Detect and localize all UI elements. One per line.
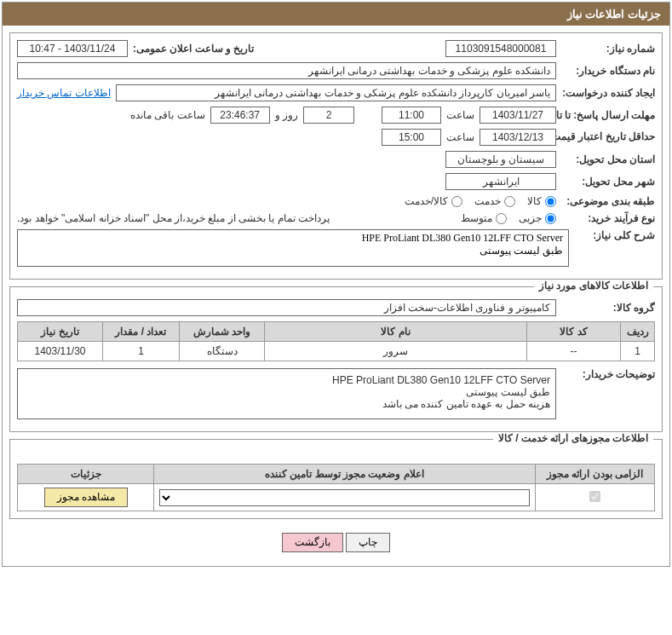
need-number-label: شماره نیاز: xyxy=(561,43,655,55)
radio-service-input[interactable] xyxy=(504,196,515,207)
col-mandatory: الزامی بودن ارائه مجوز xyxy=(536,465,655,484)
permits-table: الزامی بودن ارائه مجوز اعلام وضعیت مجوز … xyxy=(17,464,655,511)
buyer-label: نام دستگاه خریدار: xyxy=(561,65,655,77)
announce-value: 1403/11/24 - 10:47 xyxy=(17,40,128,57)
countdown-value: 23:46:37 xyxy=(210,107,270,124)
radio-service[interactable]: خدمت xyxy=(474,195,515,207)
permit-details-cell: مشاهده مجوز xyxy=(18,484,154,511)
category-label: طبقه بندی موضوعی: xyxy=(561,195,655,207)
page-title-bar: جزئیات اطلاعات نیاز xyxy=(3,3,669,26)
row-goods-group: گروه کالا: کامپیوتر و فناوری اطلاعات-سخت… xyxy=(17,299,655,316)
province-label: استان محل تحویل: xyxy=(561,153,655,165)
permit-row: مشاهده مجوز xyxy=(18,484,655,511)
city-value: ایرانشهر xyxy=(445,173,556,190)
radio-medium[interactable]: متوسط xyxy=(461,212,507,224)
row-reply-deadline: مهلت ارسال پاسخ: تا تاریخ: 1403/11/27 سا… xyxy=(17,107,655,124)
cell-row: 1 xyxy=(621,342,655,361)
col-status: اعلام وضعیت مجوز توسط تامین کننده xyxy=(154,465,536,484)
reply-deadline-time: 11:00 xyxy=(382,107,441,124)
row-number: شماره نیاز: 1103091548000081 تاریخ و ساع… xyxy=(17,40,655,57)
row-province: استان محل تحویل: سیستان و بلوچستان xyxy=(17,151,655,168)
cell-date: 1403/11/30 xyxy=(18,342,103,361)
creator-label: ایجاد کننده درخواست: xyxy=(561,87,655,99)
cell-unit: دستگاه xyxy=(180,342,265,361)
print-button[interactable]: چاپ xyxy=(346,533,390,552)
purchase-type-radio-group: جزیی متوسط xyxy=(461,212,556,224)
validity-label: حداقل تاریخ اعتبار قیمت: تا تاریخ: xyxy=(561,130,655,144)
radio-both[interactable]: کالا/خدمت xyxy=(405,195,462,207)
radio-medium-input[interactable] xyxy=(496,213,507,224)
col-unit: واحد شمارش xyxy=(180,322,265,342)
radio-minor-input[interactable] xyxy=(545,213,556,224)
back-button[interactable]: بازگشت xyxy=(282,533,343,552)
time-label-1: ساعت xyxy=(446,109,474,121)
col-code: کد کالا xyxy=(527,322,621,342)
days-and-label: روز و xyxy=(275,109,298,121)
category-radio-group: کالا خدمت کالا/خدمت xyxy=(405,195,556,207)
row-category: طبقه بندی موضوعی: کالا خدمت کالا/خدمت xyxy=(17,195,655,207)
row-buyer: نام دستگاه خریدار: دانشکده علوم پزشکی و … xyxy=(17,62,655,79)
footer-buttons: چاپ بازگشت xyxy=(9,526,663,559)
col-qty: تعداد / مقدار xyxy=(103,322,180,342)
radio-goods-input[interactable] xyxy=(545,196,556,207)
goods-group-label: گروه کالا: xyxy=(561,302,655,314)
permits-section-title: اطلاعات مجوزهای ارائه خدمت / کالا xyxy=(493,432,653,444)
col-row: ردیف xyxy=(621,322,655,342)
creator-value: یاسر امیریان کارپرداز دانشکده علوم پزشکی… xyxy=(116,84,556,101)
buyer-value: دانشکده علوم پزشکی و خدمات بهداشتی درمان… xyxy=(17,62,556,79)
page-title: جزئیات اطلاعات نیاز xyxy=(567,8,661,20)
row-city: شهر محل تحویل: ایرانشهر xyxy=(17,173,655,190)
reply-deadline-label: مهلت ارسال پاسخ: تا تاریخ: xyxy=(561,109,655,121)
buyer-notes-label: توضیحات خریدار: xyxy=(561,368,655,380)
time-label-2: ساعت xyxy=(446,131,474,143)
row-buyer-notes: توضیحات خریدار: HPE ProLiant DL380 Gen10… xyxy=(17,368,655,419)
row-purchase-type: نوع فرآیند خرید: جزیی متوسط پرداخت تمام … xyxy=(17,212,655,224)
col-details: جزئیات xyxy=(18,465,154,484)
permit-mandatory-cell xyxy=(536,484,655,511)
col-name: نام کالا xyxy=(265,322,527,342)
permits-section: اطلاعات مجوزهای ارائه خدمت / کالا الزامی… xyxy=(9,439,663,519)
content-area: شماره نیاز: 1103091548000081 تاریخ و ساع… xyxy=(3,26,669,566)
validity-time: 15:00 xyxy=(382,129,441,146)
goods-section: اطلاعات کالاهای مورد نیاز گروه کالا: کام… xyxy=(9,286,663,432)
city-label: شهر محل تحویل: xyxy=(561,176,655,188)
days-remaining: 2 xyxy=(303,107,354,124)
description-textarea[interactable] xyxy=(17,229,569,267)
reply-deadline-date: 1403/11/27 xyxy=(480,107,556,124)
goods-group-value: کامپیوتر و فناوری اطلاعات-سخت افزار xyxy=(17,299,556,316)
buyer-notes-box: HPE ProLiant DL380 Gen10 12LFF CTO Serve… xyxy=(17,368,556,419)
announce-label: تاریخ و ساعت اعلان عمومی: xyxy=(133,43,254,55)
row-validity: حداقل تاریخ اعتبار قیمت: تا تاریخ: 1403/… xyxy=(17,129,655,146)
view-permit-button[interactable]: مشاهده مجوز xyxy=(44,488,128,507)
permits-header-row: الزامی بودن ارائه مجوز اعلام وضعیت مجوز … xyxy=(18,465,655,484)
goods-table-header-row: ردیف کد کالا نام کالا واحد شمارش تعداد /… xyxy=(18,322,655,342)
cell-code: -- xyxy=(527,342,621,361)
buyer-contact-link[interactable]: اطلاعات تماس خریدار xyxy=(17,87,111,99)
radio-both-input[interactable] xyxy=(451,196,462,207)
request-info-section: شماره نیاز: 1103091548000081 تاریخ و ساع… xyxy=(9,32,663,280)
goods-table: ردیف کد کالا نام کالا واحد شمارش تعداد /… xyxy=(17,321,655,361)
radio-goods[interactable]: کالا xyxy=(527,195,556,207)
row-creator: ایجاد کننده درخواست: یاسر امیریان کارپرد… xyxy=(17,84,655,101)
permit-status-cell xyxy=(154,484,536,511)
main-container: جزئیات اطلاعات نیاز شماره نیاز: 11030915… xyxy=(2,2,670,567)
goods-section-title: اطلاعات کالاهای مورد نیاز xyxy=(534,280,653,292)
radio-minor[interactable]: جزیی xyxy=(519,212,556,224)
col-date: تاریخ نیاز xyxy=(18,322,103,342)
permit-mandatory-checkbox xyxy=(589,491,600,502)
description-label: شرح کلی نیاز: xyxy=(574,229,655,241)
cell-name: سرور xyxy=(265,342,527,361)
remaining-label: ساعت باقی مانده xyxy=(130,109,205,121)
validity-date: 1403/12/13 xyxy=(480,129,556,146)
table-row: 1 -- سرور دستگاه 1 1403/11/30 xyxy=(18,342,655,361)
row-description: شرح کلی نیاز: xyxy=(17,229,655,267)
payment-note: پرداخت تمام یا بخشی از مبلغ خرید،از محل … xyxy=(17,212,456,224)
permit-status-select[interactable] xyxy=(159,489,530,506)
purchase-type-label: نوع فرآیند خرید: xyxy=(561,212,655,224)
cell-qty: 1 xyxy=(103,342,180,361)
need-number-value: 1103091548000081 xyxy=(445,40,556,57)
province-value: سیستان و بلوچستان xyxy=(445,151,556,168)
